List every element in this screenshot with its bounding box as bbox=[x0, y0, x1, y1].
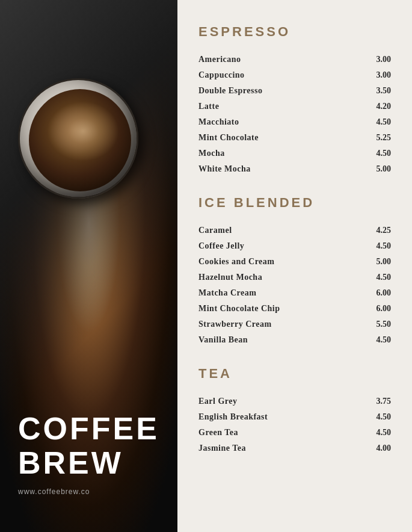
menu-item: Americano3.00 bbox=[198, 52, 391, 67]
item-name: Caramel bbox=[198, 226, 232, 235]
section-title-tea: TEA bbox=[198, 366, 391, 382]
left-panel: COFFEE BREW www.coffeebrew.co bbox=[0, 0, 177, 532]
coffee-surface bbox=[29, 89, 131, 191]
menu-items-espresso: Americano3.00Cappuccino3.00Double Espres… bbox=[198, 52, 391, 177]
website-url: www.coffeebrew.co bbox=[18, 487, 159, 496]
item-name: Mocha bbox=[198, 149, 225, 158]
menu-item: Double Espresso3.50 bbox=[198, 83, 391, 99]
item-name: Cookies and Cream bbox=[198, 257, 274, 267]
item-name: Double Espresso bbox=[198, 86, 262, 96]
item-price: 4.50 bbox=[377, 241, 392, 251]
item-price: 4.25 bbox=[377, 226, 392, 235]
coffee-cup bbox=[18, 78, 156, 217]
menu-item: Macchiato4.50 bbox=[198, 114, 391, 130]
item-name: Green Tea bbox=[198, 428, 238, 438]
menu-item: Green Tea4.50 bbox=[198, 425, 391, 441]
item-price: 5.50 bbox=[377, 320, 392, 329]
item-name: Hazelnut Mocha bbox=[198, 273, 262, 282]
item-price: 4.20 bbox=[377, 102, 392, 111]
item-name: Americano bbox=[198, 55, 241, 64]
brand-section: COFFEE BREW www.coffeebrew.co bbox=[18, 412, 159, 496]
item-price: 6.00 bbox=[377, 304, 392, 314]
item-name: English Breakfast bbox=[198, 412, 268, 422]
item-name: Strawberry Cream bbox=[198, 320, 272, 329]
menu-item: Jasmine Tea4.00 bbox=[198, 441, 391, 456]
menu-items-tea: Earl Grey3.75English Breakfast4.50Green … bbox=[198, 394, 391, 456]
item-price: 4.50 bbox=[377, 412, 392, 422]
menu-item: English Breakfast4.50 bbox=[198, 409, 391, 425]
item-name: Jasmine Tea bbox=[198, 444, 246, 453]
item-price: 5.00 bbox=[377, 164, 392, 174]
menu-item: Mint Chocolate Chip6.00 bbox=[198, 301, 391, 317]
menu-item: Vanilla Bean4.50 bbox=[198, 332, 391, 348]
item-price: 5.00 bbox=[377, 257, 392, 267]
item-price: 5.25 bbox=[377, 133, 392, 143]
menu-item: Matcha Cream6.00 bbox=[198, 285, 391, 301]
menu-item: Coffee Jelly4.50 bbox=[198, 238, 391, 254]
item-price: 4.50 bbox=[377, 273, 392, 282]
item-price: 6.00 bbox=[377, 288, 392, 298]
brand-title: COFFEE BREW bbox=[18, 412, 159, 480]
item-name: Coffee Jelly bbox=[198, 241, 244, 251]
menu-items-ice-blended: Caramel4.25Coffee Jelly4.50Cookies and C… bbox=[198, 223, 391, 348]
item-price: 3.00 bbox=[377, 55, 392, 64]
item-price: 4.50 bbox=[377, 335, 392, 345]
menu-item: White Mocha5.00 bbox=[198, 161, 391, 177]
cup-outer bbox=[18, 78, 138, 199]
menu-item: Cookies and Cream5.00 bbox=[198, 254, 391, 270]
item-name: White Mocha bbox=[198, 164, 251, 174]
item-name: Matcha Cream bbox=[198, 288, 256, 298]
section-title-ice-blended: ICE BLENDED bbox=[198, 195, 391, 211]
item-price: 4.00 bbox=[377, 444, 392, 453]
item-price: 3.50 bbox=[377, 86, 392, 96]
item-price: 3.00 bbox=[377, 70, 392, 80]
item-name: Mint Chocolate Chip bbox=[198, 304, 280, 314]
menu-item: Cappuccino3.00 bbox=[198, 67, 391, 83]
right-panel: ESPRESSOAmericano3.00Cappuccino3.00Doubl… bbox=[177, 0, 412, 532]
item-price: 3.75 bbox=[377, 397, 392, 406]
menu-item: Latte4.20 bbox=[198, 99, 391, 114]
section-title-espresso: ESPRESSO bbox=[198, 24, 391, 40]
coffee-latte-art bbox=[47, 101, 119, 161]
item-name: Latte bbox=[198, 102, 219, 111]
item-name: Vanilla Bean bbox=[198, 335, 248, 345]
menu-item: Earl Grey3.75 bbox=[198, 394, 391, 409]
item-price: 4.50 bbox=[377, 428, 392, 438]
menu-item: Mint Chocolate5.25 bbox=[198, 130, 391, 146]
item-name: Mint Chocolate bbox=[198, 133, 259, 143]
item-price: 4.50 bbox=[377, 149, 392, 158]
menu-container: ESPRESSOAmericano3.00Cappuccino3.00Doubl… bbox=[198, 24, 391, 456]
menu-item: Strawberry Cream5.50 bbox=[198, 317, 391, 332]
menu-item: Hazelnut Mocha4.50 bbox=[198, 270, 391, 285]
item-name: Earl Grey bbox=[198, 397, 238, 406]
menu-item: Mocha4.50 bbox=[198, 146, 391, 161]
item-name: Macchiato bbox=[198, 117, 239, 127]
item-name: Cappuccino bbox=[198, 70, 245, 80]
item-price: 4.50 bbox=[377, 117, 392, 127]
menu-item: Caramel4.25 bbox=[198, 223, 391, 238]
